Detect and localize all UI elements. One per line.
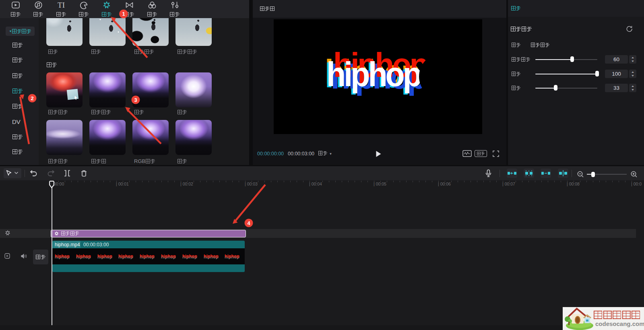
svg-text:1: 1 bbox=[122, 11, 125, 17]
svg-text:3: 3 bbox=[134, 97, 137, 103]
svg-text:2: 2 bbox=[31, 95, 33, 101]
svg-text:4: 4 bbox=[247, 220, 250, 226]
